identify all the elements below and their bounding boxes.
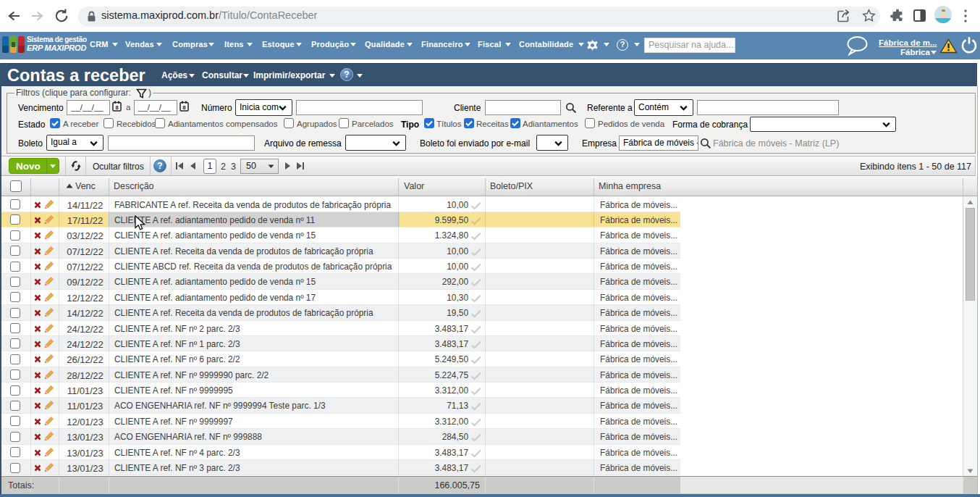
svg-text:8: 8 [115, 104, 119, 111]
svg-text:8: 8 [182, 104, 186, 111]
